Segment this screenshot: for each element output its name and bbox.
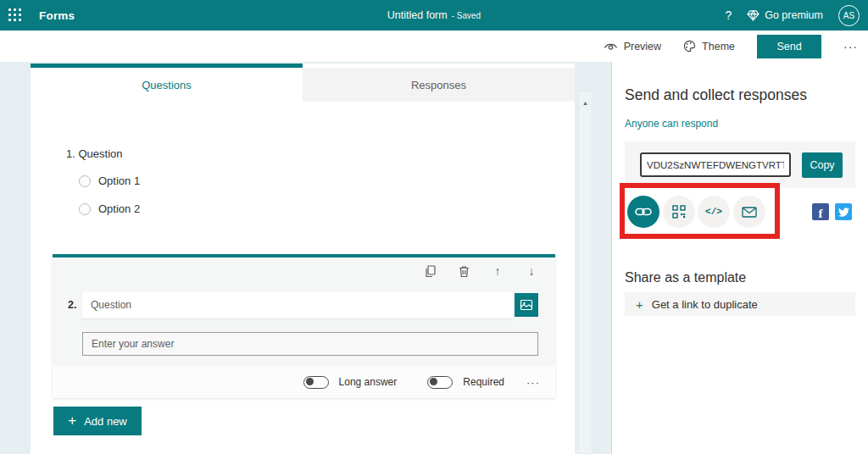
share-embed-button[interactable]: </> — [698, 196, 730, 228]
go-premium-label: Go premium — [765, 9, 823, 21]
question-settings-row: Long answer Required ··· — [53, 366, 555, 398]
help-button[interactable]: ? — [725, 8, 732, 22]
option2-label: Option 2 — [98, 202, 140, 215]
toggle-knob — [306, 378, 314, 385]
toggle-knob — [430, 378, 437, 385]
embed-code-icon: </> — [705, 207, 722, 217]
share-url-section: Copy — [625, 141, 855, 188]
question2-editor-card: ↑ ↓ 2. Long answer Required ··· — [53, 254, 555, 398]
premium-gem-icon — [747, 9, 760, 21]
form-toolbar: Preview Theme Send ··· — [0, 30, 868, 62]
copy-link-button[interactable]: Copy — [802, 152, 843, 178]
question-action-bar: ↑ ↓ — [53, 257, 555, 278]
duplicate-link-label: Get a link to duplicate — [652, 298, 758, 311]
vertical-scrollbar[interactable]: ▲ — [578, 91, 593, 454]
app-name: Forms — [39, 9, 75, 22]
plus-icon: + — [636, 297, 643, 312]
header-actions: ? Go premium AS — [725, 5, 868, 26]
question-number: 2. — [68, 299, 82, 311]
required-label: Required — [463, 376, 504, 388]
save-status: - Saved — [452, 11, 481, 20]
radio-icon — [79, 203, 91, 215]
question-more-button[interactable]: ··· — [526, 376, 540, 389]
tab-questions[interactable]: Questions — [31, 64, 303, 102]
send-button[interactable]: Send — [757, 35, 821, 58]
tab-bar: Questions Responses — [31, 64, 575, 102]
preview-label: Preview — [624, 41, 661, 53]
preview-button[interactable]: Preview — [604, 41, 661, 53]
answer-preview-input[interactable] — [82, 332, 538, 356]
twitter-icon — [838, 208, 849, 217]
add-new-label: Add new — [84, 415, 127, 428]
account-avatar[interactable]: AS — [838, 5, 860, 26]
scroll-up-arrow[interactable]: ▲ — [579, 91, 592, 106]
share-email-button[interactable] — [733, 196, 765, 228]
toolbar-more-button[interactable]: ··· — [843, 40, 858, 53]
long-answer-toggle[interactable] — [303, 376, 329, 389]
qr-code-icon — [672, 205, 686, 219]
send-panel: Send and collect responses Anyone can re… — [612, 62, 868, 454]
question-title-input[interactable] — [82, 291, 513, 318]
image-icon — [520, 298, 533, 312]
form-card: Questions Responses 1. Question Option 1… — [31, 64, 575, 454]
template-section-title: Share as a template — [625, 270, 746, 285]
anyone-can-respond-link[interactable]: Anyone can respond — [625, 118, 718, 130]
share-link-button[interactable] — [627, 196, 659, 228]
form-editor-area: Questions Responses 1. Question Option 1… — [0, 62, 612, 454]
tab-responses[interactable]: Responses — [303, 68, 575, 102]
required-toggle[interactable] — [427, 376, 453, 389]
app-header: Forms Untitled form - Saved ? Go premium… — [0, 0, 868, 30]
go-premium-button[interactable]: Go premium — [747, 9, 823, 21]
get-duplicate-link-button[interactable]: + Get a link to duplicate — [625, 292, 855, 316]
question1-option2[interactable]: Option 2 — [79, 202, 140, 215]
radio-icon — [79, 175, 91, 187]
envelope-icon — [742, 207, 757, 218]
forms-app-window: Forms Untitled form - Saved ? Go premium… — [0, 0, 868, 454]
add-new-button[interactable]: + Add new — [53, 407, 142, 435]
theme-button[interactable]: Theme — [683, 40, 735, 53]
share-url-input[interactable] — [640, 152, 791, 177]
eye-icon — [604, 41, 618, 52]
delete-question-button[interactable] — [457, 264, 470, 278]
app-launcher-button[interactable] — [0, 0, 31, 30]
insert-media-button[interactable] — [515, 293, 538, 317]
share-facebook-button[interactable]: f — [812, 203, 829, 220]
plus-icon: + — [68, 412, 76, 429]
form-title: Untitled form — [387, 9, 448, 21]
move-up-button[interactable]: ↑ — [491, 264, 504, 278]
question1-option1[interactable]: Option 1 — [79, 174, 140, 187]
theme-label: Theme — [702, 41, 735, 53]
option1-label: Option 1 — [98, 174, 140, 187]
share-twitter-button[interactable] — [835, 203, 852, 220]
waffle-icon — [8, 8, 22, 22]
question1-title[interactable]: 1. Question — [66, 147, 123, 160]
send-panel-title: Send and collect responses — [625, 86, 807, 104]
question-title-row: 2. — [53, 291, 555, 318]
move-down-button[interactable]: ↓ — [525, 264, 538, 278]
facebook-icon: f — [819, 208, 823, 220]
palette-icon — [683, 40, 696, 53]
duplicate-question-button[interactable] — [423, 264, 437, 278]
share-qr-button[interactable] — [663, 196, 695, 228]
long-answer-label: Long answer — [339, 376, 398, 388]
link-icon — [635, 206, 652, 218]
